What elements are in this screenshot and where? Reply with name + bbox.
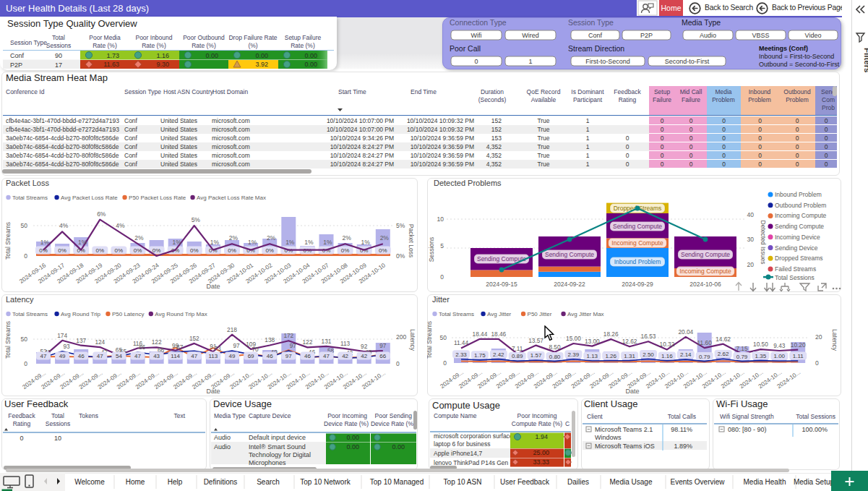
svg-text:11.60: 11.60 <box>697 339 713 346</box>
svg-text:1%: 1% <box>173 239 182 246</box>
svg-text:1.11: 1.11 <box>793 353 804 359</box>
svg-text:Rating: Rating <box>619 96 637 103</box>
svg-text:1%: 1% <box>40 239 50 246</box>
svg-text:0: 0 <box>722 152 726 159</box>
svg-text:Packet Loss: Packet Loss <box>6 179 49 187</box>
svg-text:Client: Client <box>587 413 603 420</box>
svg-text:2%: 2% <box>342 234 351 242</box>
svg-text:0: 0 <box>661 152 664 159</box>
svg-text:0: 0 <box>758 126 762 133</box>
svg-text:0: 0 <box>758 143 762 150</box>
svg-text:0.79: 0.79 <box>736 354 748 360</box>
svg-text:50: 50 <box>21 222 28 229</box>
svg-text:Incoming Compute: Incoming Compute <box>611 239 663 247</box>
svg-text:Meetings (Conf): Meetings (Conf) <box>759 45 808 52</box>
svg-text:Media Usage: Media Usage <box>610 478 653 486</box>
svg-text:5%: 5% <box>396 222 405 229</box>
svg-text:69: 69 <box>248 353 254 359</box>
svg-text:1%: 1% <box>361 239 371 246</box>
svg-text:0: 0 <box>661 143 664 150</box>
svg-text:Home: Home <box>126 478 145 486</box>
svg-text:1.13: 1.13 <box>587 353 598 359</box>
svg-text:10/10/2024 8:24:27 PM: 10/10/2024 8:24:27 PM <box>330 161 394 168</box>
svg-text:7.11: 7.11 <box>512 345 523 352</box>
svg-text:Total Streams: Total Streams <box>4 222 12 260</box>
svg-text:97: 97 <box>233 342 240 349</box>
svg-text:47: 47 <box>40 353 47 359</box>
svg-text:Text: Text <box>173 412 185 419</box>
svg-text:0: 0 <box>825 126 828 133</box>
svg-text:100.00%: 100.00% <box>802 426 828 433</box>
svg-text:Conf: Conf <box>124 117 138 124</box>
svg-text:Top 10 ASN: Top 10 ASN <box>444 478 482 486</box>
svg-text:Poor Sending: Poor Sending <box>374 412 412 419</box>
svg-text:98.11%: 98.11% <box>671 426 692 433</box>
svg-text:Session Type: Session Type <box>568 18 614 27</box>
svg-text:Wi-Fi Usage: Wi-Fi Usage <box>716 398 768 409</box>
svg-text:Latency: Latency <box>831 329 838 351</box>
svg-text:49: 49 <box>59 353 66 359</box>
svg-text:25.00: 25.00 <box>533 449 549 456</box>
svg-text:Wired: Wired <box>522 32 539 39</box>
svg-text:1.31: 1.31 <box>624 353 635 359</box>
svg-text:Start Time: Start Time <box>338 88 366 95</box>
svg-text:Is Dominant: Is Dominant <box>571 88 604 95</box>
svg-text:Poor Call: Poor Call <box>450 44 481 53</box>
svg-text:Setup: Setup <box>654 88 670 95</box>
svg-text:Video: Video <box>805 32 822 39</box>
svg-text:50: 50 <box>21 336 28 343</box>
svg-text:True: True <box>537 161 549 168</box>
svg-text:Outbound Problem: Outbound Problem <box>775 202 826 209</box>
svg-text:Wifi: Wifi <box>471 32 482 39</box>
svg-text:Sending Device: Sending Device <box>775 244 818 252</box>
svg-text:Help: Help <box>168 478 183 486</box>
svg-text:Second-to-First: Second-to-First <box>665 58 710 65</box>
svg-text:Microsoft Teams iOS: Microsoft Teams iOS <box>595 443 655 450</box>
svg-text:86: 86 <box>139 343 146 351</box>
svg-text:Avg Packet Loss Rate: Avg Packet Loss Rate <box>61 195 118 201</box>
svg-text:200: 200 <box>396 333 406 341</box>
svg-text:True: True <box>537 126 549 133</box>
svg-text:0.00: 0.00 <box>392 443 405 451</box>
svg-text:122: 122 <box>302 338 312 346</box>
svg-text:0.79: 0.79 <box>699 354 710 360</box>
svg-text:True: True <box>537 135 549 142</box>
svg-text:1%: 1% <box>285 239 295 246</box>
svg-text:1.16: 1.16 <box>661 353 673 359</box>
svg-text:10/10/2024 8:24:27 PM: 10/10/2024 8:24:27 PM <box>330 143 394 150</box>
svg-text:47: 47 <box>97 353 103 359</box>
svg-text:20.04: 20.04 <box>678 328 693 336</box>
svg-text:1: 1 <box>586 126 590 133</box>
svg-text:Outbound = Second-to-First: Outbound = Second-to-First <box>759 61 840 68</box>
svg-text:0%: 0% <box>341 247 350 254</box>
svg-text:Compute Usage: Compute Usage <box>432 400 500 411</box>
svg-text:Avg Packet Loss Rate Max: Avg Packet Loss Rate Max <box>197 195 266 201</box>
svg-text:0.89: 0.89 <box>512 353 523 359</box>
svg-text:Total Streams: Total Streams <box>12 311 48 317</box>
svg-text:9.43: 9.43 <box>773 342 786 349</box>
svg-text:laptop 6 for business: laptop 6 for business <box>434 440 490 448</box>
svg-text:49: 49 <box>229 353 236 359</box>
svg-text:Total Streams: Total Streams <box>4 321 12 359</box>
svg-text:User Feedback: User Feedback <box>4 398 69 409</box>
svg-text:0: 0 <box>689 135 693 142</box>
svg-text:Host ASN Country: Host ASN Country <box>163 88 214 95</box>
svg-text:0: 0 <box>825 117 828 124</box>
svg-text:Avg Round Trip Max: Avg Round Trip Max <box>155 311 207 317</box>
svg-text:73: 73 <box>214 345 221 352</box>
svg-text:0: 0 <box>626 152 629 159</box>
svg-text:0.80: 0.80 <box>549 354 561 360</box>
svg-text:1: 1 <box>528 58 532 65</box>
svg-text:microsoft.com: microsoft.com <box>212 117 250 124</box>
svg-text:10: 10 <box>437 215 444 223</box>
svg-text:Conf: Conf <box>124 161 138 168</box>
svg-text:20: 20 <box>747 261 755 268</box>
svg-text:50: 50 <box>440 334 447 341</box>
svg-text:0: 0 <box>796 135 799 142</box>
svg-text:2.62: 2.62 <box>718 351 729 357</box>
svg-text:Tokens: Tokens <box>79 412 98 419</box>
svg-text:Conf: Conf <box>124 126 138 133</box>
svg-text:080: [80 - 90): 080: [80 - 90) <box>728 426 767 433</box>
svg-text:Inbound Problem: Inbound Problem <box>775 191 822 198</box>
svg-text:16.53: 16.53 <box>641 333 656 340</box>
